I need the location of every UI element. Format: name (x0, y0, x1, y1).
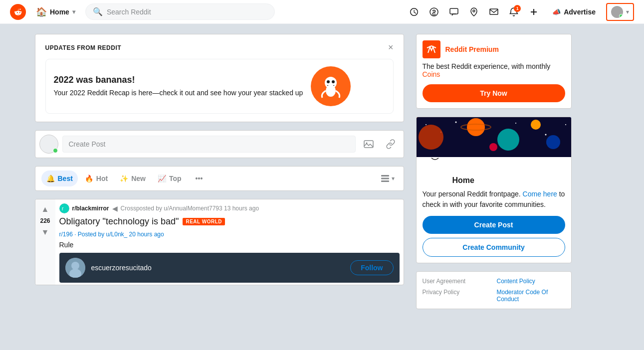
premium-name: Reddit Premium (445, 45, 499, 53)
content-policy-link[interactable]: Content Policy (497, 278, 565, 285)
hot-icon: 🔥 (85, 175, 93, 182)
view-chevron-icon: ▾ (392, 175, 395, 182)
home-description: Your personal Reddit frontpage. Come her… (423, 189, 565, 210)
update-item[interactable]: 2022 was bananas! Your 2022 Reddit Recap… (45, 59, 394, 114)
premium-text: Reddit Premium (445, 45, 499, 53)
svg-point-22 (455, 122, 456, 123)
popular-icon[interactable] (406, 4, 422, 20)
premium-card: Reddit Premium The best Reddit experienc… (416, 34, 572, 109)
sort-hot-button[interactable]: 🔥 Hot (80, 171, 113, 186)
updates-card: UPDATES FROM REDDIT × 2022 was bananas! … (35, 34, 404, 122)
crosspost-icon: ◀ (112, 204, 118, 212)
post-content: r r/blackmirror ◀ Crossposted by u/Annua… (55, 199, 404, 285)
top-icon: 📈 (158, 175, 166, 182)
navbar: 🏠 Home ▾ 🔍 1 📣 Advertise (0, 0, 644, 24)
hot-label: Hot (96, 175, 108, 182)
home-banner (417, 117, 571, 157)
rule-label: Rule (59, 241, 400, 249)
view-toggle[interactable]: ▾ (378, 171, 398, 186)
svg-point-5 (327, 80, 330, 83)
create-post-button[interactable]: Create Post (423, 216, 565, 234)
svg-point-30 (497, 129, 519, 151)
close-updates-button[interactable]: × (388, 42, 394, 53)
premium-description: The best Reddit experience, with monthly… (423, 62, 565, 78)
home-card: Home Your personal Reddit frontpage. Com… (416, 117, 572, 263)
home-body: Home Your personal Reddit frontpage. Com… (417, 157, 571, 263)
sort-best-button[interactable]: 🔔 Best (41, 171, 78, 186)
messages-icon[interactable] (486, 4, 502, 20)
svg-rect-8 (364, 141, 373, 148)
subreddit-avatar: r (59, 203, 69, 213)
premium-coins: Coins (423, 70, 440, 78)
subreddit-name[interactable]: r/blackmirror (72, 205, 109, 212)
svg-point-27 (419, 125, 443, 150)
svg-point-20 (426, 124, 427, 125)
left-column: UPDATES FROM REDDIT × 2022 was bananas! … (35, 34, 404, 309)
search-bar[interactable]: 🔍 (85, 3, 275, 20)
svg-point-6 (332, 80, 335, 83)
notification-count: 1 (514, 5, 521, 12)
svg-rect-10 (381, 175, 389, 176)
chat-icon[interactable] (446, 4, 462, 20)
coins-icon[interactable] (426, 4, 442, 20)
create-online-indicator (53, 148, 58, 153)
search-input[interactable] (107, 8, 267, 16)
image-upload-icon[interactable] (360, 135, 378, 153)
try-now-button[interactable]: Try Now (423, 84, 565, 102)
user-avatar-create (39, 135, 58, 154)
home-title: Home (452, 176, 474, 185)
online-indicator (619, 14, 623, 18)
footer-links: User Agreement Content Policy Privacy Po… (416, 271, 572, 309)
upvote-button[interactable]: ▲ (39, 203, 51, 215)
real-world-tag[interactable]: REAL WORLD (183, 218, 225, 225)
moderator-code-link[interactable]: Moderator Code Of Conduct (497, 289, 565, 303)
notifications-icon[interactable]: 1 (506, 4, 522, 20)
come-here-link[interactable]: Come here (523, 190, 557, 198)
reddit-logo[interactable] (10, 4, 26, 20)
home-label: Home (50, 8, 69, 16)
main-container: UPDATES FROM REDDIT × 2022 was bananas! … (23, 24, 622, 319)
post-preview[interactable]: escuerzoresucitado Follow (59, 253, 400, 283)
top-label: Top (169, 175, 182, 182)
svg-point-26 (565, 124, 566, 125)
svg-point-33 (489, 143, 497, 151)
sort-bar: 🔔 Best 🔥 Hot ✨ New 📈 Top ••• ▾ (35, 166, 404, 191)
svg-point-32 (546, 135, 560, 149)
privacy-policy-link[interactable]: Privacy Policy (423, 289, 491, 303)
user-menu-button[interactable]: ▾ (606, 3, 634, 21)
svg-point-28 (467, 118, 485, 136)
updates-title: UPDATES FROM REDDIT (45, 44, 122, 51)
crosspost-text: Crossposted by u/AnnualMoment7793 13 hou… (121, 205, 259, 212)
user-chevron-icon: ▾ (626, 8, 629, 15)
create-post-bar: Create Post (35, 130, 404, 158)
more-label: ••• (196, 175, 203, 182)
sort-more-button[interactable]: ••• (191, 171, 208, 186)
home-nav[interactable]: 🏠 Home ▾ (32, 4, 79, 19)
sort-top-button[interactable]: 📈 Top (153, 171, 187, 186)
advertise-button[interactable]: 📣 Advertise (546, 4, 602, 19)
update-text: 2022 was bananas! Your 2022 Reddit Recap… (54, 75, 303, 98)
add-icon[interactable] (526, 4, 542, 20)
update-body: Your 2022 Reddit Recap is here—check it … (54, 88, 303, 98)
create-post-input[interactable]: Create Post (62, 136, 356, 153)
update-image (311, 66, 351, 106)
svg-point-16 (71, 262, 79, 270)
create-community-button[interactable]: Create Community (423, 238, 565, 257)
link-icon[interactable] (382, 135, 400, 153)
user-agreement-link[interactable]: User Agreement (423, 278, 491, 285)
follow-button[interactable]: Follow (350, 260, 393, 275)
premium-icon (423, 40, 440, 58)
svg-point-7 (326, 85, 336, 97)
new-label: New (131, 175, 146, 182)
post-card: ▲ 226 ▼ r r/blackmirror ◀ Crossposted by… (35, 199, 404, 285)
downvote-button[interactable]: ▼ (39, 226, 51, 238)
premium-header: Reddit Premium (423, 40, 565, 58)
sort-new-button[interactable]: ✨ New (115, 171, 151, 186)
preview-avatar (65, 258, 85, 278)
post-rule-meta: r/196 · Posted by u/L0nk_ 20 hours ago (59, 231, 400, 238)
svg-rect-11 (381, 178, 389, 179)
nav-chevron-icon[interactable]: ▾ (72, 8, 75, 15)
svg-point-31 (531, 120, 541, 130)
explore-icon[interactable] (466, 4, 482, 20)
vote-count: 226 (40, 217, 50, 224)
